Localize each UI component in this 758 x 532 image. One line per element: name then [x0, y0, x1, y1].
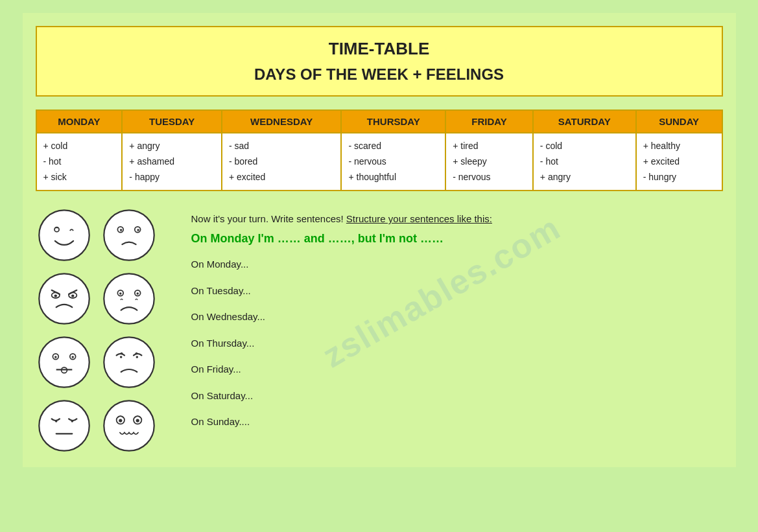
- face-scared: [101, 397, 158, 454]
- svg-point-27: [39, 401, 89, 451]
- schedule-table: MONDAY TUESDAY WEDNESDAY THURSDAY FRIDAY…: [36, 110, 723, 191]
- svg-point-0: [39, 211, 89, 260]
- cell-friday: + tired+ sleepy- nervous: [445, 133, 533, 191]
- svg-point-15: [119, 293, 122, 295]
- svg-point-20: [54, 356, 57, 359]
- example-sentence: On Monday I'm …… and ……, but I'm not ……: [191, 232, 723, 246]
- faces-column: [36, 207, 178, 454]
- prompt-thursday: On Thursday...: [191, 336, 723, 351]
- bottom-section: Now it's your turn. Write sentences! Str…: [36, 207, 723, 454]
- sentences-column: Now it's your turn. Write sentences! Str…: [191, 207, 723, 441]
- cell-thursday: - scared- nervous+ thoughtful: [341, 133, 445, 191]
- face-pair-2: [36, 270, 178, 327]
- prompt-saturday: On Saturday...: [191, 389, 723, 404]
- header-friday: FRIDAY: [445, 110, 533, 133]
- face-neutral: [36, 334, 93, 391]
- face-pair-4: [36, 397, 178, 454]
- svg-point-29: [71, 421, 73, 423]
- cell-saturday: - cold- hot+ angry: [533, 133, 636, 191]
- cell-tuesday: + angry+ ashamed- happy: [122, 133, 222, 191]
- svg-point-31: [104, 401, 154, 451]
- face-pair-1: [36, 207, 178, 264]
- svg-point-25: [119, 356, 122, 359]
- prompt-wednesday: On Wednesday...: [191, 310, 723, 325]
- header-sunday: SUNDAY: [636, 110, 722, 133]
- prompt-tuesday: On Tuesday...: [191, 284, 723, 299]
- svg-point-6: [137, 229, 139, 232]
- svg-point-17: [39, 338, 89, 387]
- instruction-text: Now it's your turn. Write sentences! Str…: [191, 213, 723, 224]
- svg-point-28: [54, 421, 57, 423]
- table-row: + cold- hot+ sick + angry+ ashamed- happ…: [36, 133, 722, 191]
- header-monday: MONDAY: [36, 110, 123, 133]
- cell-sunday: + healthy+ excited- hungry: [636, 133, 722, 191]
- cell-wednesday: - sad- bored+ excited: [222, 133, 342, 191]
- title-sub: DAYS OF THE WEEK + FEELINGS: [50, 65, 709, 84]
- face-confused: [101, 207, 158, 264]
- svg-point-7: [39, 274, 89, 324]
- face-tired: [36, 397, 93, 454]
- header-tuesday: TUESDAY: [122, 110, 222, 133]
- title-main: TIME-TABLE: [50, 39, 709, 59]
- svg-point-16: [136, 293, 139, 295]
- header-saturday: SATURDAY: [533, 110, 636, 133]
- face-happy: [36, 207, 93, 264]
- header-wednesday: WEDNESDAY: [222, 110, 342, 133]
- table-header-row: MONDAY TUESDAY WEDNESDAY THURSDAY FRIDAY…: [36, 110, 722, 133]
- face-worried: [101, 334, 158, 391]
- prompt-monday: On Monday...: [191, 257, 723, 272]
- face-pair-3: [36, 334, 178, 391]
- svg-point-21: [71, 356, 74, 359]
- svg-point-35: [136, 419, 139, 422]
- svg-point-5: [119, 229, 122, 232]
- prompt-friday: On Friday...: [191, 362, 723, 377]
- svg-point-11: [71, 295, 74, 297]
- svg-point-24: [104, 338, 154, 387]
- svg-point-26: [136, 356, 138, 359]
- cell-monday: + cold- hot+ sick: [36, 133, 123, 191]
- header-thursday: THURSDAY: [341, 110, 445, 133]
- svg-point-12: [104, 274, 154, 324]
- prompt-sunday: On Sunday....: [191, 415, 723, 430]
- title-box: TIME-TABLE DAYS OF THE WEEK + FEELINGS: [36, 26, 723, 97]
- face-sad: [101, 270, 158, 327]
- face-angry: [36, 270, 93, 327]
- svg-point-2: [104, 211, 154, 260]
- svg-point-10: [54, 295, 56, 297]
- svg-point-34: [119, 419, 122, 422]
